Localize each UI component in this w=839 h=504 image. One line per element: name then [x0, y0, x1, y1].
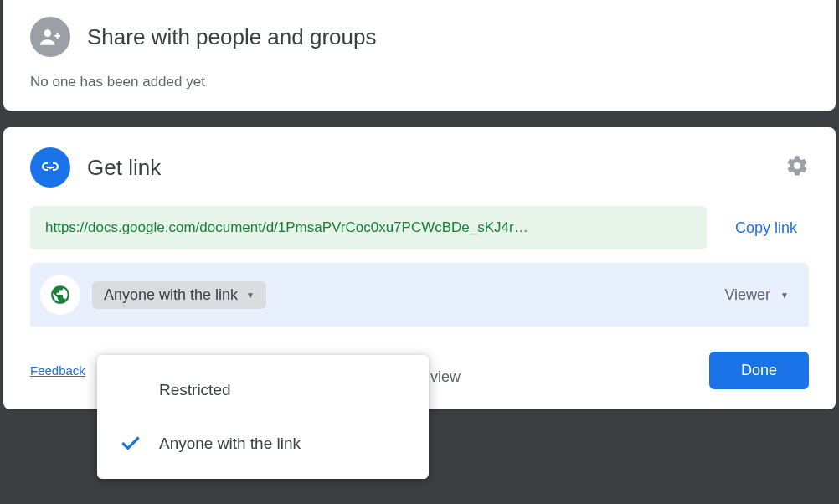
caret-down-icon: ▼	[780, 291, 789, 300]
caret-down-icon: ▼	[246, 291, 255, 300]
settings-button[interactable]	[785, 154, 809, 181]
people-add-icon	[30, 17, 70, 57]
link-access-row: Anyone with the link ▼ Viewer ▼	[30, 263, 809, 327]
link-scope-menu: Restricted Anyone with the link	[97, 355, 429, 479]
get-link-header: Get link	[30, 147, 809, 188]
get-link-title: Get link	[87, 155, 161, 181]
scope-option-restricted[interactable]: Restricted	[97, 363, 429, 417]
check-icon	[117, 433, 144, 455]
share-url[interactable]: https://docs.google.com/document/d/1Pmsa…	[30, 206, 707, 249]
link-role-label: Viewer	[724, 286, 770, 304]
share-header: Share with people and groups	[30, 17, 809, 57]
scope-option-label: Restricted	[159, 381, 231, 399]
link-scope-dropdown[interactable]: Anyone with the link ▼	[92, 281, 266, 309]
link-url-row: https://docs.google.com/document/d/1Pmsa…	[30, 206, 809, 249]
svg-point-0	[44, 29, 51, 37]
globe-icon	[40, 275, 80, 315]
feedback-link[interactable]: Feedback	[30, 363, 85, 378]
scope-option-anyone[interactable]: Anyone with the link	[97, 417, 429, 471]
done-button[interactable]: Done	[709, 352, 809, 389]
share-subtitle: No one has been added yet	[30, 74, 809, 90]
copy-link-button[interactable]: Copy link	[723, 213, 809, 244]
link-icon	[30, 147, 70, 188]
link-access-description-fragment: view	[430, 368, 461, 386]
link-scope-label: Anyone with the link	[104, 286, 238, 304]
share-panel: Share with people and groups No one has …	[3, 0, 836, 111]
share-title: Share with people and groups	[87, 24, 376, 50]
scope-option-label: Anyone with the link	[159, 435, 301, 453]
link-role-dropdown[interactable]: Viewer ▼	[724, 286, 795, 304]
